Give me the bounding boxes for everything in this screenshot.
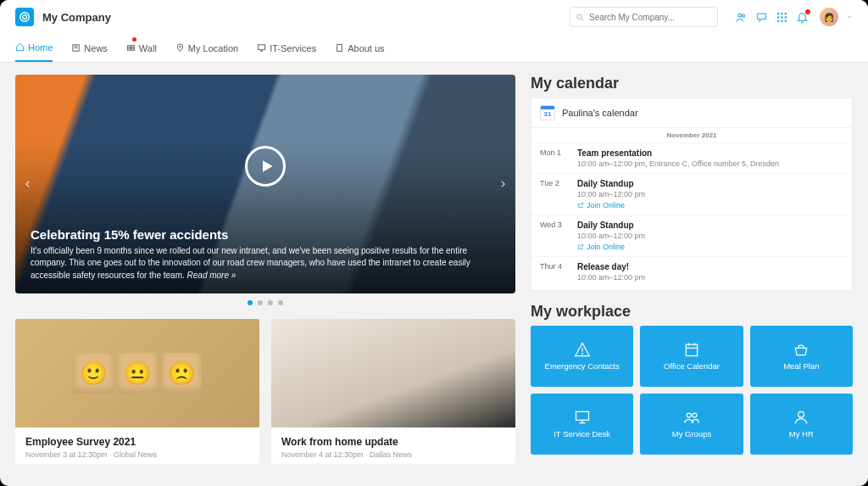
card-meta: November 4 at 12:30pm · Dallas News: [281, 450, 505, 459]
search-input[interactable]: [589, 13, 712, 22]
news-card[interactable]: 🙂 😐 🙁 Employee Survey 2021 November 3 at…: [15, 319, 259, 464]
tile-calendar[interactable]: Office Calendar: [640, 326, 743, 387]
svg-point-41: [687, 413, 691, 417]
play-button[interactable]: [245, 146, 286, 187]
nav-location[interactable]: My Location: [175, 34, 238, 62]
tile-hr[interactable]: My HR: [750, 394, 853, 455]
news-icon: [71, 43, 81, 53]
carousel-dot[interactable]: [248, 300, 253, 305]
calendar-section: My calendar 31 Paulina's calendar Novemb…: [531, 75, 853, 291]
people-icon[interactable]: [735, 11, 748, 24]
carousel-next[interactable]: [495, 172, 510, 196]
topbar: My Company 👩: [0, 0, 868, 34]
calendar-event[interactable]: Tue 2 Daily Standup 10:00 am–12:00 pm Jo…: [531, 173, 852, 215]
brand-name: My Company: [42, 11, 111, 24]
wall-icon: [126, 43, 136, 53]
svg-rect-20: [127, 48, 131, 50]
card-title: Work from home update: [281, 436, 505, 448]
svg-point-22: [179, 46, 181, 47]
svg-point-0: [20, 13, 30, 22]
group-icon: [683, 409, 700, 426]
calendar-icon: [683, 341, 700, 358]
card-meta: November 3 at 12:30pm · Global News: [25, 450, 249, 459]
calendar-event[interactable]: Thur 4 Release day! 10:00 am–12:00 pm: [531, 256, 852, 287]
svg-rect-14: [785, 20, 787, 22]
event-day: Mon 1: [540, 148, 569, 168]
svg-rect-34: [686, 344, 697, 355]
nav-it[interactable]: IT-Services: [257, 34, 316, 62]
svg-rect-7: [781, 12, 783, 14]
svg-rect-26: [337, 44, 342, 51]
carousel-prev[interactable]: [20, 172, 36, 196]
app-window: My Company 👩 Home News Wall: [0, 0, 868, 486]
main-nav: Home News Wall My Location IT-Services A…: [0, 34, 868, 63]
calendar-event[interactable]: Wed 3 Daily Standup 10:00 am–12:00 pm Jo…: [531, 215, 852, 256]
tile-meal[interactable]: Meal Plan: [750, 326, 853, 387]
user-avatar[interactable]: 👩: [820, 8, 838, 26]
emoji-block: 🙂: [73, 353, 114, 394]
event-detail: 10:00 am–12:00 pm: [577, 273, 843, 282]
event-title: Daily Standup: [577, 179, 843, 188]
svg-line-3: [581, 18, 583, 20]
read-more-link[interactable]: Read more »: [187, 271, 236, 280]
nav-label: About us: [348, 43, 384, 53]
svg-rect-13: [781, 20, 783, 22]
carousel-dots: [15, 300, 515, 305]
tile-emergency[interactable]: Emergency Contacts: [531, 326, 633, 387]
hero-slide[interactable]: Celebrating 15% fewer accidents It's off…: [15, 75, 515, 293]
svg-marker-31: [263, 161, 273, 172]
emoji-block: 😐: [117, 353, 158, 394]
news-card[interactable]: Work from home update November 4 at 12:3…: [271, 319, 515, 464]
svg-rect-8: [785, 12, 787, 14]
event-day: Wed 3: [540, 221, 569, 251]
section-heading: My calendar: [531, 75, 853, 92]
hero-body: It's officially been 9 months since we r…: [31, 245, 471, 282]
nav-wall[interactable]: Wall: [126, 34, 157, 62]
tile-groups[interactable]: My Groups: [640, 394, 743, 455]
company-logo[interactable]: [15, 8, 34, 26]
side-column: My calendar 31 Paulina's calendar Novemb…: [531, 75, 853, 474]
svg-point-1: [23, 15, 27, 20]
svg-point-2: [577, 14, 582, 19]
hero-title: Celebrating 15% fewer accidents: [31, 227, 500, 242]
location-icon: [175, 43, 185, 53]
workplace-section: My workplace Emergency Contacts Office C…: [531, 303, 853, 455]
card-image: 🙂 😐 🙁: [15, 319, 259, 427]
apps-icon[interactable]: [776, 11, 788, 24]
notification-badge: [805, 9, 810, 14]
calendar-name: Paulina's calendar: [562, 108, 638, 118]
event-day: Thur 4: [540, 262, 569, 282]
notification-badge: [132, 37, 136, 42]
tile-itdesk[interactable]: IT Service Desk: [531, 394, 633, 455]
event-title: Release day!: [577, 262, 843, 271]
calendar-widget: 31 Paulina's calendar November 2021 Mon …: [531, 98, 853, 291]
event-title: Team presentation: [577, 148, 843, 158]
monitor-icon: [574, 409, 591, 426]
nav-home[interactable]: Home: [15, 34, 53, 62]
nav-label: News: [84, 43, 108, 53]
hero-carousel-wrapper: Celebrating 15% fewer accidents It's off…: [15, 75, 515, 305]
join-link[interactable]: Join Online: [577, 243, 843, 251]
chat-icon[interactable]: [755, 11, 768, 24]
carousel-dot[interactable]: [258, 300, 263, 305]
carousel-dot[interactable]: [268, 300, 273, 305]
svg-point-4: [738, 14, 742, 17]
nav-news[interactable]: News: [71, 34, 108, 62]
svg-point-33: [581, 354, 582, 355]
event-title: Daily Standup: [577, 221, 843, 230]
carousel-dot[interactable]: [278, 300, 283, 305]
calendar-event[interactable]: Mon 1 Team presentation 10:00 am–12:00 p…: [531, 142, 852, 173]
workplace-tiles: Emergency Contacts Office Calendar Meal …: [531, 326, 853, 455]
svg-rect-6: [777, 12, 780, 14]
nav-about[interactable]: About us: [335, 34, 384, 62]
svg-point-5: [742, 14, 744, 17]
warning-icon: [574, 341, 591, 358]
svg-rect-21: [131, 48, 135, 50]
join-link[interactable]: Join Online: [577, 201, 843, 209]
search-box[interactable]: [570, 7, 718, 27]
card-title: Employee Survey 2021: [25, 436, 249, 448]
chevron-down-icon[interactable]: [846, 14, 853, 20]
monitor-icon: [257, 43, 266, 53]
bell-icon[interactable]: [796, 11, 809, 24]
calendar-header[interactable]: 31 Paulina's calendar: [531, 98, 852, 128]
